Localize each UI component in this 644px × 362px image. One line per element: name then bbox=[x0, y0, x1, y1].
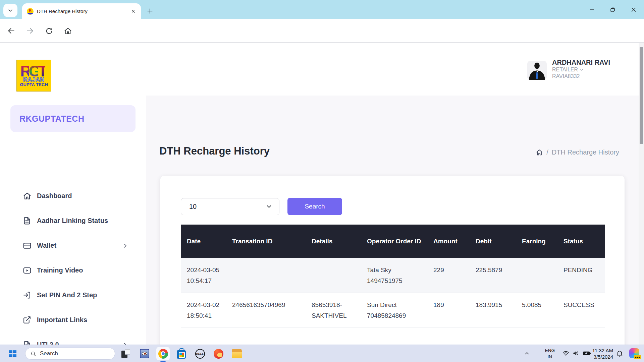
page-size-value: 10 bbox=[189, 203, 197, 210]
volume-icon[interactable] bbox=[572, 350, 580, 357]
cell-status: SUCCESS bbox=[557, 293, 605, 327]
app-header: ARDHANARI RAVI RETAILER RAVIA8332 bbox=[146, 43, 639, 96]
col-earning: Earning bbox=[516, 225, 557, 258]
cell-transaction-id: 246561635704969 bbox=[226, 293, 306, 327]
app-file-explorer[interactable] bbox=[230, 347, 244, 360]
user-info[interactable]: ARDHANARI RAVI RETAILER RAVIA8332 bbox=[552, 58, 619, 80]
tab-close-icon[interactable] bbox=[130, 8, 136, 14]
tray-overflow-chevron[interactable] bbox=[524, 350, 530, 356]
back-button[interactable] bbox=[4, 24, 18, 38]
search-button[interactable]: Search bbox=[287, 198, 342, 215]
scrollbar-thumb[interactable] bbox=[640, 47, 643, 144]
cell-earning bbox=[516, 258, 557, 293]
file-explorer-icon bbox=[232, 350, 242, 358]
page-size-select[interactable]: 10 bbox=[181, 198, 279, 215]
page-scrollbar[interactable] bbox=[639, 43, 644, 345]
app-image-viewer[interactable] bbox=[138, 347, 151, 360]
browser-titlebar: R DTH Recharge History bbox=[0, 0, 644, 19]
taskbar: Search DELL ENG IN 11:32 AM 3/5/2024 bbox=[0, 345, 644, 362]
forward-button[interactable] bbox=[23, 24, 37, 38]
cell-date: 2024-03-05 10:54:17 bbox=[181, 258, 226, 293]
site-favicon-icon: R bbox=[27, 8, 34, 15]
col-transaction-id: Transation ID bbox=[226, 225, 306, 258]
col-amount: Amount bbox=[427, 225, 470, 258]
tab-title: DTH Recharge History bbox=[37, 8, 130, 14]
chevron-down-icon bbox=[266, 203, 272, 210]
cell-details: 85653918-SAKTHIVEL bbox=[306, 293, 361, 327]
col-debit: Debit bbox=[470, 225, 516, 258]
col-operator-order-id: Operator Order ID bbox=[361, 225, 427, 258]
breadcrumb-home-icon[interactable] bbox=[536, 149, 543, 156]
recharge-history-table: Date Transation ID Details Operator Orde… bbox=[181, 225, 605, 327]
notifications-bell-icon[interactable] bbox=[616, 350, 623, 357]
home-icon bbox=[22, 191, 32, 200]
breadcrumb-current: DTH Recharge History bbox=[552, 148, 619, 156]
chrome-active-indicator bbox=[160, 361, 166, 362]
screen: R DTH Recharge History bbox=[0, 0, 644, 362]
cell-earning: 5.0085 bbox=[516, 293, 557, 327]
cell-date: 2024-03-02 18:50:41 bbox=[181, 293, 226, 327]
page-viewport: RGT RAJAN GUPTA TECH RKGUPTATECH Dashboa… bbox=[0, 43, 644, 345]
app-window-stack[interactable] bbox=[119, 347, 132, 360]
user-name: ARDHANARI RAVI bbox=[552, 58, 619, 66]
window-restore-button[interactable] bbox=[602, 2, 623, 17]
col-date: Date bbox=[181, 225, 226, 258]
user-id: RAVIA8332 bbox=[552, 73, 619, 80]
table-row: 2024-03-02 18:50:41 246561635704969 8565… bbox=[181, 293, 605, 327]
wifi-icon[interactable] bbox=[562, 350, 570, 357]
cell-transaction-id bbox=[226, 258, 306, 293]
cell-amount: 189 bbox=[427, 293, 470, 327]
taskbar-search-label: Search bbox=[40, 350, 58, 357]
app-firefox[interactable] bbox=[212, 347, 225, 360]
sidebar-item-aadhar-linking-status[interactable]: Aadhar Linking Status bbox=[0, 213, 146, 228]
taskbar-clock[interactable]: 11:32 AM 3/5/2024 bbox=[592, 347, 613, 360]
page-title: DTH Recharge History bbox=[159, 145, 270, 157]
new-tab-button[interactable] bbox=[146, 7, 154, 15]
sidebar-item-set-pin[interactable]: Set PIN And 2 Step bbox=[0, 288, 146, 303]
tray-date: 3/5/2024 bbox=[592, 354, 613, 360]
taskbar-search[interactable]: Search bbox=[25, 348, 115, 360]
app-chrome[interactable] bbox=[156, 347, 170, 360]
dell-icon: DELL bbox=[195, 349, 205, 359]
sidebar-item-important-links[interactable]: Important Links bbox=[0, 312, 146, 327]
image-viewer-icon bbox=[140, 349, 149, 358]
user-avatar[interactable] bbox=[527, 61, 547, 80]
history-card: 10 Search Date Transation ID Details Ope… bbox=[160, 176, 625, 362]
window-close-button[interactable] bbox=[623, 2, 644, 17]
sidebar-item-wallet[interactable]: Wallet bbox=[0, 238, 146, 253]
start-button[interactable] bbox=[9, 350, 17, 358]
cell-operator-order-id: Tata Sky 1494751975 bbox=[361, 258, 427, 293]
table-header-row: Date Transation ID Details Operator Orde… bbox=[181, 225, 605, 258]
app-dell[interactable]: DELL bbox=[193, 347, 207, 360]
battery-icon[interactable] bbox=[583, 350, 591, 356]
app-ms-store[interactable] bbox=[174, 347, 188, 360]
cell-debit: 183.9915 bbox=[470, 293, 516, 327]
tab-search-button[interactable] bbox=[3, 4, 17, 17]
window-minimize-button[interactable] bbox=[582, 2, 602, 17]
external-link-icon bbox=[22, 315, 32, 324]
breadcrumb: / DTH Recharge History bbox=[536, 148, 619, 156]
home-button[interactable] bbox=[61, 24, 74, 38]
sidebar-item-dashboard[interactable]: Dashboard bbox=[0, 188, 146, 203]
video-icon bbox=[22, 266, 32, 275]
cell-status: PENDING bbox=[557, 258, 605, 293]
table-filters: 10 Search bbox=[181, 198, 342, 215]
reload-button[interactable] bbox=[42, 24, 56, 38]
user-role[interactable]: RETAILER bbox=[552, 66, 619, 73]
tray-time: 11:32 AM bbox=[592, 347, 613, 354]
cell-debit: 225.5879 bbox=[470, 258, 516, 293]
language-indicator[interactable]: ENG IN bbox=[545, 347, 555, 360]
page-content: DTH Recharge History / DTH Recharge Hist… bbox=[146, 96, 639, 345]
browser-toolbar: rknsdl.onlinepsa.com/dashboard/dth-recha… bbox=[0, 19, 644, 43]
browser-tab[interactable]: R DTH Recharge History bbox=[22, 3, 141, 19]
ms-store-icon bbox=[177, 350, 186, 359]
col-status: Status bbox=[557, 225, 605, 258]
chevron-right-icon bbox=[122, 243, 128, 249]
cell-amount: 229 bbox=[427, 258, 470, 293]
search-icon bbox=[31, 351, 36, 357]
sidebar-item-training-video[interactable]: Training Video bbox=[0, 263, 146, 278]
brand-badge[interactable]: RKGUPTATECH bbox=[10, 105, 136, 132]
sidebar-nav: Dashboard Aadhar Linking Status Wallet T… bbox=[0, 188, 146, 362]
copilot-icon[interactable]: PRE bbox=[629, 348, 639, 358]
sidebar: RGT RAJAN GUPTA TECH RKGUPTATECH Dashboa… bbox=[0, 43, 146, 345]
